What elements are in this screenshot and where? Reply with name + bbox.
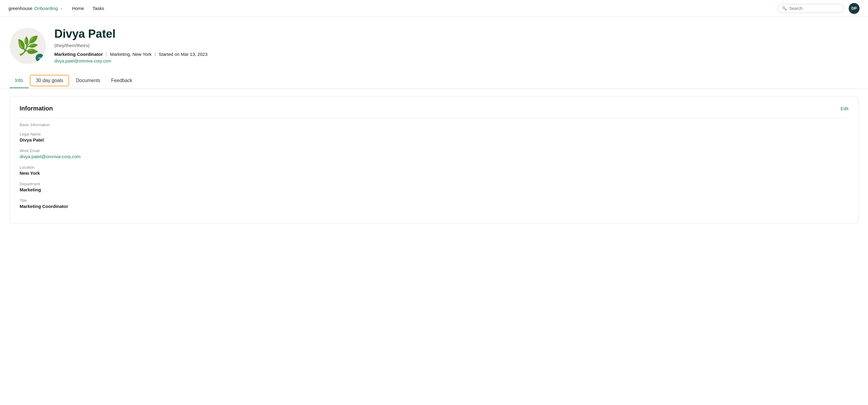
profile-info: Divya Patel (they/them/theirs) Marketing… xyxy=(54,28,207,63)
info-card-header: Information Edit xyxy=(20,105,848,112)
search-icon: 🔍 xyxy=(782,6,787,10)
profile-dept-location: Marketing, New York xyxy=(110,52,152,57)
field-value-title: Marketing Coordinator xyxy=(20,204,848,209)
nav-links: Home Tasks xyxy=(72,6,777,11)
search-box: 🔍 xyxy=(777,4,844,13)
tabs-bar: Info 30 day goals Documents Feedback xyxy=(0,72,868,89)
field-value-location: New York xyxy=(20,170,848,176)
pencil-icon: ✏ xyxy=(38,56,42,60)
chevron-down-icon[interactable]: ⌄ xyxy=(60,6,62,10)
divider-1: | xyxy=(106,52,107,56)
field-title: Title Marketing Coordinator xyxy=(20,198,848,209)
field-label-title: Title xyxy=(20,198,848,203)
field-work-email: Work Email divya.patel@omniva-corp.com xyxy=(20,149,848,159)
user-avatar[interactable]: DP xyxy=(849,3,860,14)
profile-pronouns: (they/them/theirs) xyxy=(54,43,207,48)
tab-documents[interactable]: Documents xyxy=(70,74,105,88)
brand-greenhouse: greenhouse xyxy=(8,6,32,11)
field-value-legal-name: Divya Patel xyxy=(20,137,848,143)
edit-button[interactable]: Edit xyxy=(840,106,848,111)
tab-30day[interactable]: 30 day goals xyxy=(30,75,69,86)
search-input[interactable] xyxy=(789,6,839,11)
profile-title: Marketing Coordinator xyxy=(54,52,103,57)
brand: greenhouse Onboarding ⌄ xyxy=(8,6,62,11)
field-department: Department Marketing xyxy=(20,182,848,192)
brand-onboarding: Onboarding xyxy=(34,6,58,11)
profile-name: Divya Patel xyxy=(54,28,207,40)
tab-info[interactable]: Info xyxy=(10,74,29,88)
profile-meta: Marketing Coordinator | Marketing, New Y… xyxy=(54,52,207,57)
navbar: greenhouse Onboarding ⌄ Home Tasks 🔍 DP xyxy=(0,0,868,17)
info-card: Information Edit Basic Information Legal… xyxy=(10,96,858,224)
nav-tasks[interactable]: Tasks xyxy=(93,6,104,11)
profile-email[interactable]: divya.patel@omniva-corp.com xyxy=(54,59,207,63)
profile-header: 🌿 ✏ Divya Patel (they/them/theirs) Marke… xyxy=(0,17,868,72)
profile-avatar: 🌿 ✏ xyxy=(10,28,46,64)
field-label-location: Location xyxy=(20,165,848,169)
divider-2: | xyxy=(155,52,156,56)
field-value-department: Marketing xyxy=(20,187,848,192)
info-card-title: Information xyxy=(20,105,53,112)
avatar-plant-icon: 🌿 xyxy=(17,37,39,55)
edit-avatar-button[interactable]: ✏ xyxy=(36,54,44,62)
field-label-work-email: Work Email xyxy=(20,149,848,153)
tab-feedback[interactable]: Feedback xyxy=(105,74,137,88)
section-label-basic: Basic Information xyxy=(20,118,848,127)
field-legal-name: Legal Name Divya Patel xyxy=(20,132,848,143)
nav-right: 🔍 DP xyxy=(777,3,860,14)
field-label-legal-name: Legal Name xyxy=(20,132,848,136)
field-label-department: Department xyxy=(20,182,848,186)
field-location: Location New York xyxy=(20,165,848,176)
main-content: Information Edit Basic Information Legal… xyxy=(0,89,868,231)
field-value-work-email[interactable]: divya.patel@omniva-corp.com xyxy=(20,154,81,159)
profile-started: Started on Mar 13, 2023 xyxy=(159,52,208,57)
nav-home[interactable]: Home xyxy=(72,6,84,11)
